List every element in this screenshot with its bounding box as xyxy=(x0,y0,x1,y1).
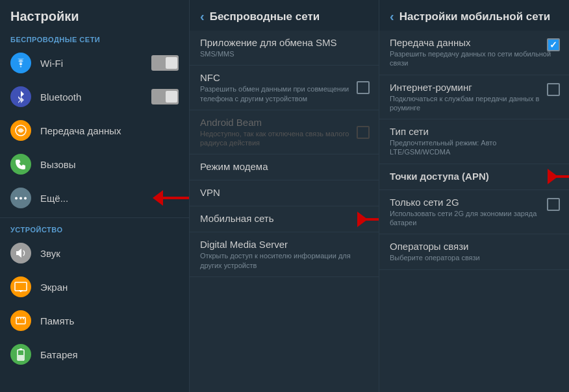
screen-icon xyxy=(10,276,31,297)
back-arrow-middle[interactable]: ‹ xyxy=(200,9,205,24)
bluetooth-icon xyxy=(10,86,31,107)
dms-title: Digital Media Server xyxy=(200,239,368,250)
sound-label: Звук xyxy=(40,248,179,259)
right-item-operators[interactable]: Операторы связи Выберите оператора связи xyxy=(379,234,569,269)
nfc-checkbox[interactable] xyxy=(357,81,370,94)
middle-item-mobile[interactable]: Мобильная сеть xyxy=(190,206,379,232)
more-icon xyxy=(10,188,31,208)
mobile-arrow xyxy=(357,218,379,221)
middle-panel-header: ‹ Беспроводные сети xyxy=(190,0,379,31)
menu-item-calls[interactable]: Вызовы xyxy=(0,147,189,181)
menu-item-more[interactable]: Ещё... xyxy=(0,181,189,215)
wifi-icon xyxy=(10,53,31,73)
right-item-datatransfer[interactable]: Передача данных Разрешить передачу данны… xyxy=(379,31,569,75)
vpn-title: VPN xyxy=(200,187,368,198)
more-arrow xyxy=(157,197,190,199)
right-title: Настройки мобильной сети xyxy=(399,10,551,23)
middle-item-dms[interactable]: Digital Media Server Открыть доступ к но… xyxy=(190,232,379,277)
right-item-roaming[interactable]: Интернет-роуминг Подключаться к службам … xyxy=(379,75,569,120)
2gonly-title: Только сети 2G xyxy=(390,197,559,208)
androidbeam-title: Android Beam xyxy=(200,117,368,128)
menu-item-data[interactable]: Передача данных xyxy=(0,114,189,147)
2gonly-subtitle: Использовать сети 2G для экономии заряда… xyxy=(390,209,559,228)
datatransfer-subtitle: Разрешить передачу данных по сети мобиль… xyxy=(390,49,559,68)
roaming-title: Интернет-роуминг xyxy=(390,82,559,93)
menu-item-bluetooth[interactable]: Bluetooth xyxy=(0,80,189,114)
sound-icon xyxy=(10,243,31,263)
menu-item-wifi[interactable]: Wi-Fi xyxy=(0,46,189,80)
data-label: Передача данных xyxy=(40,125,179,136)
2gonly-checkbox[interactable] xyxy=(547,198,560,211)
operators-title: Операторы связи xyxy=(390,241,559,252)
roaming-subtitle: Подключаться к службам передачи данных в… xyxy=(390,94,559,113)
data-transfer-icon xyxy=(10,120,31,141)
left-panel: Настройки БЕСПРОВОДНЫЕ СЕТИ Wi-Fi Blueto… xyxy=(0,0,190,392)
menu-item-screen[interactable]: Экран xyxy=(0,270,189,304)
apn-title: Точки доступа (APN) xyxy=(390,171,559,182)
middle-panel: ‹ Беспроводные сети Приложение для обмен… xyxy=(190,0,379,392)
dms-subtitle: Открыть доступ к носителю информации для… xyxy=(200,251,368,270)
left-panel-header: Настройки xyxy=(0,0,189,31)
operators-subtitle: Выберите оператора связи xyxy=(390,253,559,262)
screen-label: Экран xyxy=(40,282,179,293)
menu-item-memory[interactable]: Память xyxy=(0,304,189,337)
middle-item-androidbeam: Android Beam Недоступно, так как отключе… xyxy=(190,110,379,155)
bluetooth-label: Bluetooth xyxy=(40,92,151,103)
middle-item-modem[interactable]: Режим модема xyxy=(190,154,379,180)
networktype-subtitle: Предпочтительный режим: Авто LTE/GSM/WCD… xyxy=(390,138,559,157)
sms-title: Приложение для обмена SMS xyxy=(200,37,368,48)
middle-item-nfc[interactable]: NFC Разрешить обмен данными при совмещен… xyxy=(190,66,379,110)
datatransfer-title: Передача данных xyxy=(390,37,559,48)
svg-rect-4 xyxy=(15,282,27,291)
sms-subtitle: SMS/MMS xyxy=(200,49,368,58)
roaming-checkbox[interactable] xyxy=(547,83,560,96)
section-wireless-label: БЕСПРОВОДНЫЕ СЕТИ xyxy=(0,31,189,46)
wifi-toggle[interactable] xyxy=(151,55,179,71)
memory-label: Память xyxy=(40,315,179,326)
menu-item-battery[interactable]: Батарея xyxy=(0,337,189,371)
battery-label: Батарея xyxy=(40,349,179,360)
bluetooth-toggle[interactable] xyxy=(151,89,179,104)
divider-1 xyxy=(0,217,189,218)
mobile-title: Мобильная сеть xyxy=(200,213,368,224)
battery-icon xyxy=(10,344,31,365)
calls-icon xyxy=(10,154,31,175)
right-panel: ‹ Настройки мобильной сети Передача данн… xyxy=(379,0,569,392)
modem-title: Режим модема xyxy=(200,161,368,172)
androidbeam-subtitle: Недоступно, так как отключена связь мало… xyxy=(200,129,368,148)
apn-arrow xyxy=(548,175,569,178)
svg-rect-12 xyxy=(19,349,22,350)
middle-item-vpn[interactable]: VPN xyxy=(190,180,379,206)
networktype-title: Тип сети xyxy=(390,126,559,137)
wifi-label: Wi-Fi xyxy=(40,58,151,69)
memory-icon xyxy=(10,310,31,331)
middle-item-sms[interactable]: Приложение для обмена SMS SMS/MMS xyxy=(190,31,379,66)
menu-item-sound[interactable]: Звук xyxy=(0,236,189,270)
calls-label: Вызовы xyxy=(40,159,179,170)
middle-title: Беспроводные сети xyxy=(210,10,320,23)
right-panel-header: ‹ Настройки мобильной сети xyxy=(379,0,569,31)
back-arrow-right[interactable]: ‹ xyxy=(390,9,394,24)
section-device-label: УСТРОЙСТВО xyxy=(0,221,189,236)
svg-point-3 xyxy=(24,197,27,199)
right-item-apn[interactable]: Точки доступа (APN) xyxy=(379,164,569,190)
datatransfer-checkbox[interactable]: ✓ xyxy=(547,38,560,51)
right-item-networktype[interactable]: Тип сети Предпочтительный режим: Авто LT… xyxy=(379,119,569,164)
right-item-2gonly[interactable]: Только сети 2G Использовать сети 2G для … xyxy=(379,190,569,235)
svg-point-1 xyxy=(15,197,18,199)
left-title: Настройки xyxy=(10,9,79,24)
nfc-title: NFC xyxy=(200,72,368,83)
svg-point-2 xyxy=(19,197,22,199)
androidbeam-checkbox xyxy=(357,126,370,139)
svg-rect-13 xyxy=(18,355,23,360)
nfc-subtitle: Разрешить обмен данными при совмещении т… xyxy=(200,84,368,103)
